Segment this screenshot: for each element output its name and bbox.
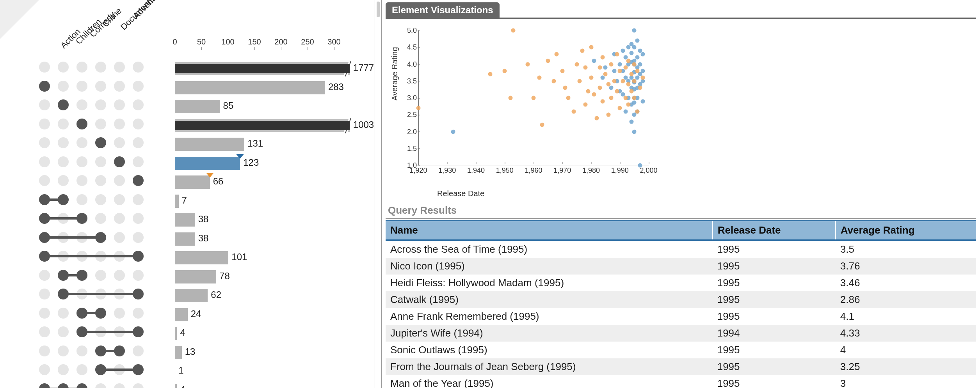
scatter-point[interactable]	[632, 28, 637, 33]
scatter-point[interactable]	[635, 55, 639, 60]
scatter-point[interactable]	[572, 109, 576, 113]
scatter-point[interactable]	[592, 92, 596, 97]
scatter-point[interactable]	[601, 99, 605, 103]
scatter-point[interactable]	[574, 62, 579, 66]
scatter-point[interactable]	[632, 62, 637, 66]
cardinality-bar-row[interactable]: 1777	[175, 59, 354, 78]
table-header[interactable]: Name	[386, 221, 713, 240]
table-row[interactable]: Heidi Fleiss: Hollywood Madam (1995)1995…	[386, 275, 976, 291]
scatter-point[interactable]	[632, 96, 637, 100]
cardinality-bar-row[interactable]: 1	[175, 362, 354, 381]
scatter-point[interactable]	[612, 79, 616, 83]
scatter-point[interactable]	[566, 96, 570, 100]
scatter-point[interactable]	[606, 82, 610, 87]
scatter-point[interactable]	[603, 72, 608, 76]
scatter-point[interactable]	[641, 99, 645, 103]
cardinality-bar-row[interactable]: 131	[175, 135, 354, 154]
scatter-point[interactable]	[632, 129, 637, 134]
scatter-point[interactable]	[532, 96, 536, 100]
scatter-point[interactable]	[598, 66, 602, 70]
scatter-point[interactable]	[592, 58, 596, 63]
scatter-point[interactable]	[632, 101, 637, 105]
scatter-point[interactable]	[626, 58, 631, 63]
scatter-point[interactable]	[612, 69, 616, 73]
scatter-point[interactable]	[629, 72, 633, 76]
scatter-point[interactable]	[641, 76, 645, 80]
scatter-point[interactable]	[589, 45, 593, 50]
scatter-point[interactable]	[641, 52, 645, 56]
scatter-point[interactable]	[626, 103, 631, 107]
scatter-point[interactable]	[603, 66, 608, 70]
scatter-point[interactable]	[586, 89, 590, 93]
scatter-point[interactable]	[509, 96, 513, 100]
scatter-point[interactable]	[595, 116, 599, 120]
cardinality-bar-row[interactable]: 66	[175, 173, 354, 192]
scatter-point[interactable]	[609, 86, 614, 90]
table-row[interactable]: Catwalk (1995)19952.86	[386, 291, 976, 308]
scatter-point[interactable]	[629, 119, 633, 124]
scatter-point[interactable]	[629, 89, 633, 93]
scatter-point[interactable]	[511, 28, 516, 33]
scatter-point[interactable]	[537, 76, 541, 80]
scatter-point[interactable]	[451, 129, 455, 134]
table-row[interactable]: Nico Icon (1995)19953.76	[386, 258, 976, 275]
scatter-point[interactable]	[621, 48, 625, 53]
scatter-point[interactable]	[503, 69, 507, 73]
table-row[interactable]: Anne Frank Remembered (1995)19954.1	[386, 308, 976, 325]
scatter-point[interactable]	[488, 72, 493, 76]
scatter-point[interactable]	[615, 52, 619, 56]
scatter-point[interactable]	[624, 66, 628, 70]
scatter-point[interactable]	[583, 66, 587, 70]
scatter-point[interactable]	[546, 58, 550, 63]
scatter-point[interactable]	[635, 109, 639, 113]
scatter-point[interactable]	[615, 89, 619, 93]
table-row[interactable]: Man of the Year (1995)19953	[386, 375, 976, 388]
scatter-chart[interactable]: Average Rating 1.01.52.02.53.03.54.04.55…	[390, 19, 976, 198]
scatter-point[interactable]	[563, 86, 567, 90]
scatter-point[interactable]	[618, 106, 622, 110]
panel-divider[interactable]	[375, 0, 382, 388]
scatter-point[interactable]	[632, 79, 637, 83]
scatter-point[interactable]	[629, 51, 633, 55]
cardinality-bar-row[interactable]: 13	[175, 343, 354, 362]
scatter-point[interactable]	[635, 69, 639, 73]
scatter-point[interactable]	[560, 69, 564, 73]
cardinality-bar-row[interactable]: 24	[175, 305, 354, 324]
scatter-point[interactable]	[635, 38, 639, 43]
scatter-point[interactable]	[638, 163, 642, 168]
scatter-point[interactable]	[609, 62, 614, 66]
scatter-point[interactable]	[618, 69, 622, 73]
cardinality-bar-row[interactable]: 4	[175, 381, 354, 388]
cardinality-bar-row[interactable]: 4	[175, 324, 354, 343]
scatter-point[interactable]	[526, 62, 530, 66]
scatter-point[interactable]	[555, 52, 559, 56]
cardinality-bar-row[interactable]: 38	[175, 230, 354, 249]
scatter-point[interactable]	[624, 109, 628, 113]
scatter-point[interactable]	[641, 69, 645, 73]
scatter-point[interactable]	[580, 48, 585, 53]
scatter-point[interactable]	[551, 79, 556, 83]
scatter-point[interactable]	[578, 79, 582, 83]
table-row[interactable]: Across the Sea of Time (1995)19953.5	[386, 240, 976, 258]
cardinality-bar-row[interactable]: 1003	[175, 116, 354, 135]
table-row[interactable]: From the Journals of Jean Seberg (1995)1…	[386, 358, 976, 375]
cardinality-bar-row[interactable]: 38	[175, 211, 354, 230]
scatter-point[interactable]	[626, 82, 631, 87]
table-header[interactable]: Release Date	[713, 221, 836, 240]
cardinality-bar-row[interactable]: 78	[175, 268, 354, 287]
viz-tab[interactable]: Element Visualizations	[386, 2, 500, 18]
scatter-point[interactable]	[609, 96, 614, 100]
scatter-point[interactable]	[601, 55, 605, 60]
cardinality-bar-row[interactable]: 101	[175, 248, 354, 268]
table-row[interactable]: Sonic Outlaws (1995)19954	[386, 342, 976, 358]
category-label[interactable]: Adventure	[131, 0, 165, 21]
scatter-point[interactable]	[621, 79, 625, 83]
scatter-point[interactable]	[632, 45, 637, 50]
cardinality-bar-row[interactable]: 7	[175, 192, 354, 211]
cardinality-bar-row[interactable]: 62	[175, 286, 354, 305]
cardinality-bar-row[interactable]: 283	[175, 78, 354, 97]
scatter-point[interactable]	[540, 123, 544, 127]
scatter-point[interactable]	[416, 106, 421, 110]
results-table[interactable]: NameRelease DateAverage Rating Across th…	[386, 220, 976, 388]
scatter-point[interactable]	[638, 86, 642, 90]
